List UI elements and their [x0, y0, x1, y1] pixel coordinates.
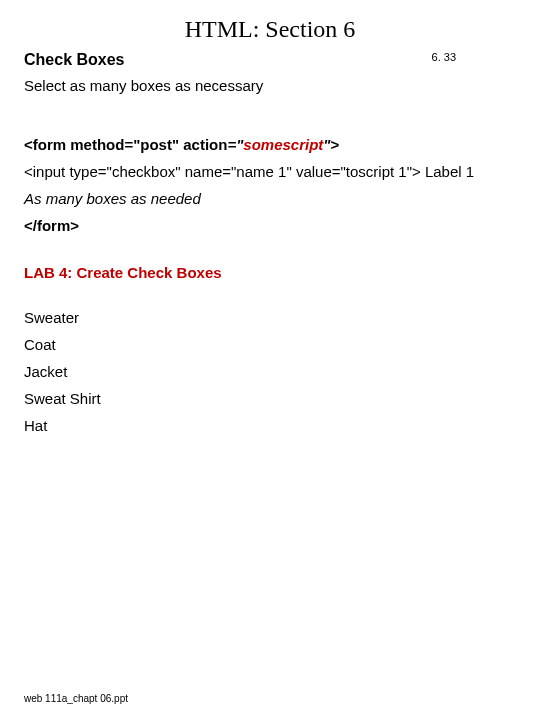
input-code-line: <input type="checkbox" name="name 1" val… [24, 163, 516, 180]
page-number: 6. 33 [432, 51, 456, 63]
footer-filename: web 111a_chapt 06.ppt [24, 693, 128, 704]
list-item: Hat [24, 417, 516, 434]
form-open-close: > [330, 136, 339, 153]
form-open-eq: = [227, 136, 236, 153]
form-open-script: somescript [243, 136, 323, 153]
form-open-part1: <form method="post" action [24, 136, 227, 153]
list-item: Sweater [24, 309, 516, 326]
form-close-line: </form> [24, 217, 516, 234]
item-list: Sweater Coat Jacket Sweat Shirt Hat [24, 309, 516, 434]
page-title: HTML: Section 6 [24, 16, 516, 43]
lab-title: LAB 4: Create Check Boxes [24, 264, 516, 281]
form-open-line: <form method="post" action="somescript"> [24, 136, 516, 153]
list-item: Coat [24, 336, 516, 353]
list-item: Sweat Shirt [24, 390, 516, 407]
note-line: As many boxes as needed [24, 190, 516, 207]
header-row: Check Boxes 6. 33 [24, 51, 516, 69]
list-item: Jacket [24, 363, 516, 380]
select-instruction: Select as many boxes as necessary [24, 77, 516, 94]
